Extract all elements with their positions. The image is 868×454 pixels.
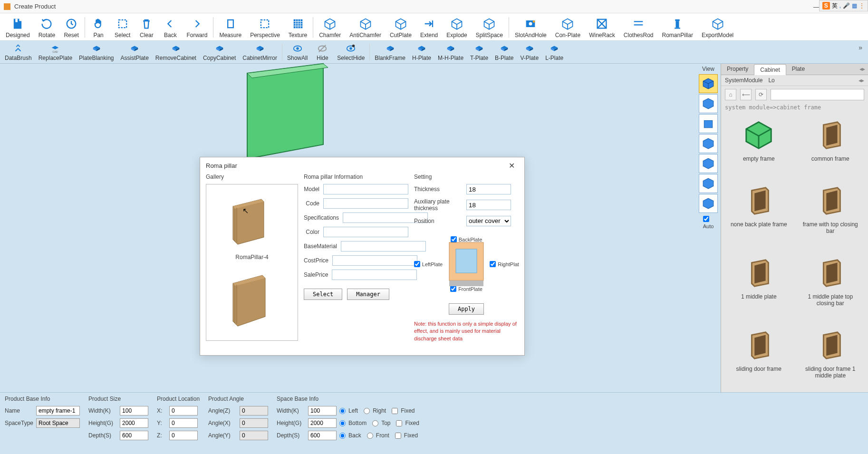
toolbar-plateblanking[interactable]: PlateBlanking [76, 42, 116, 62]
subtab-systemmodule[interactable]: SystemModule [725, 77, 762, 84]
ribbon-exportmodel[interactable]: ExportModel [698, 15, 737, 39]
home-icon[interactable]: ⌂ [725, 89, 736, 100]
dialog-close-button[interactable]: ✕ [505, 159, 519, 172]
ribbon-select[interactable]: Select [111, 15, 134, 39]
z-input[interactable] [169, 431, 198, 440]
toolbar-tplate[interactable]: T-Plate [467, 42, 491, 62]
ribbon-pan[interactable]: Pan [87, 15, 110, 39]
ribbon-slotandhole[interactable]: SlotAndHole [511, 15, 550, 39]
cabinet-item[interactable]: 1 middle plate top closing bar [797, 251, 865, 320]
view-left[interactable] [699, 134, 718, 153]
ime-grid-icon[interactable]: ▦ [852, 2, 857, 9]
view-iso[interactable] [699, 74, 718, 93]
front-radio[interactable] [367, 433, 373, 439]
canvas-viewport[interactable]: View Auto Roma pillar ✕ Gallery [0, 64, 721, 392]
sidepanel-tab-overflow-icon[interactable]: ◂▸ [857, 64, 868, 75]
sidepanel-search-input[interactable] [771, 89, 864, 100]
basematerial-input[interactable] [341, 241, 426, 251]
toolbar-lplate[interactable]: L-Plate [542, 42, 566, 62]
fixed1-checkbox[interactable] [392, 408, 398, 414]
y-input[interactable] [169, 418, 198, 428]
sb-width-input[interactable] [308, 406, 337, 415]
leftplate-checkbox[interactable] [414, 261, 420, 267]
toolbar-vplate[interactable]: V-Plate [517, 42, 541, 62]
cabinet-item[interactable]: sliding door frame [725, 324, 793, 392]
fixed3-checkbox[interactable] [395, 433, 401, 439]
ribbon-chamfer[interactable]: Chamfer [315, 15, 345, 39]
ime-more-icon[interactable]: ⋮ [859, 2, 865, 9]
ribbon-perspective[interactable]: Perspective [246, 15, 284, 39]
x-input[interactable] [169, 406, 198, 415]
ribbon-romanpillar[interactable]: RomanPillar [658, 15, 697, 39]
ime-punct-icon[interactable]: , [839, 2, 841, 9]
ribbon-clothesrod[interactable]: ClothesRod [620, 15, 657, 39]
ribbon-antichamfer[interactable]: AntiChamfer [346, 15, 385, 39]
aux-thickness-input[interactable] [466, 200, 511, 210]
fixed2-checkbox[interactable] [396, 420, 402, 426]
ribbon-clear[interactable]: Clear [135, 15, 158, 39]
rightplate-checkbox[interactable] [490, 261, 496, 267]
toolbar-databrush[interactable]: DataBrush [2, 42, 35, 62]
model-input[interactable] [323, 184, 408, 194]
right-radio[interactable] [364, 408, 370, 414]
toolbar-overflow-icon[interactable]: » [855, 42, 866, 62]
height-input[interactable] [120, 418, 148, 428]
ime-mic-icon[interactable]: 🎤 [843, 2, 850, 9]
cabinet-item[interactable]: none back plate frame [725, 179, 793, 248]
ribbon-extend[interactable]: Extend [416, 15, 442, 39]
subtab-loc[interactable]: Lo [768, 77, 774, 84]
ribbon-splitspace[interactable]: SplitSpace [472, 15, 507, 39]
ribbon-back[interactable]: Back [159, 15, 182, 39]
subtab-overflow-icon[interactable]: ◂▸ [858, 77, 864, 84]
cabinet-item[interactable]: common frame [797, 114, 865, 175]
ribbon-conplate[interactable]: Con-Plate [551, 15, 584, 39]
ribbon-designed[interactable]: Designed [2, 15, 34, 39]
toolbar-hplate[interactable]: H-Plate [409, 42, 434, 62]
ribbon-measure[interactable]: Measure [215, 15, 245, 39]
ribbon-rotate[interactable]: Rotate [35, 15, 59, 39]
depth-input[interactable] [120, 431, 148, 440]
toolbar-replaceplate[interactable]: CADReplacePlate [36, 42, 75, 62]
ribbon-forward[interactable]: Forward [183, 15, 211, 39]
manager-button[interactable]: Manager [347, 289, 389, 300]
view-front[interactable] [699, 94, 718, 113]
select-button[interactable]: Select [304, 289, 342, 300]
toolbar-mhplate[interactable]: M-H-Plate [435, 42, 466, 62]
back-radio[interactable] [339, 433, 346, 439]
gallery-list[interactable]: RomaPillar-4 [206, 184, 298, 341]
top-radio[interactable] [372, 420, 378, 426]
view-right[interactable] [699, 154, 718, 173]
toolbar-assistplate[interactable]: AssistPlate [117, 42, 151, 62]
sb-height-input[interactable] [308, 418, 337, 428]
left-radio[interactable] [339, 408, 346, 414]
view-top[interactable] [699, 114, 718, 133]
name-input[interactable] [36, 406, 80, 415]
cabinet-item[interactable]: sliding door frame 1 middle plate [797, 324, 865, 392]
cabinet-item[interactable]: frame with top closing bar [797, 179, 865, 248]
view-back[interactable] [699, 194, 718, 213]
ribbon-cutplate[interactable]: CutPlate [386, 15, 415, 39]
view-auto-checkbox[interactable] [703, 216, 709, 222]
costprice-input[interactable] [332, 255, 417, 266]
gallery-item[interactable] [219, 264, 285, 331]
sidepanel-tab-cabinet[interactable]: Cabinet [754, 64, 786, 75]
ribbon-winerack[interactable]: WineRack [585, 15, 619, 39]
cabinet-item[interactable]: 1 middle plate [725, 251, 793, 320]
ime-toolbar[interactable]: S 英 , 🎤 ▦ ⋮ [819, 0, 868, 11]
saleprice-input[interactable] [332, 270, 417, 280]
code-input[interactable] [323, 198, 408, 209]
position-select[interactable]: outer cover [466, 216, 511, 226]
ribbon-reset[interactable]: Reset [60, 15, 83, 39]
toolbar-bplate[interactable]: B-Plate [492, 42, 516, 62]
width-input[interactable] [120, 406, 148, 415]
back-icon[interactable]: ⟵ [740, 89, 752, 100]
cabinet-item[interactable]: empty frame [725, 114, 793, 175]
sidepanel-tab-plate[interactable]: Plate [786, 64, 810, 75]
apply-button[interactable]: Apply [449, 303, 484, 315]
bottom-radio[interactable] [339, 420, 346, 426]
ime-lang[interactable]: 英 [832, 2, 838, 10]
sb-depth-input[interactable] [308, 431, 337, 440]
ribbon-explode[interactable]: Explode [443, 15, 471, 39]
gallery-item[interactable]: RomaPillar-4 [219, 187, 285, 261]
sidepanel-tab-property[interactable]: Property [721, 64, 754, 75]
